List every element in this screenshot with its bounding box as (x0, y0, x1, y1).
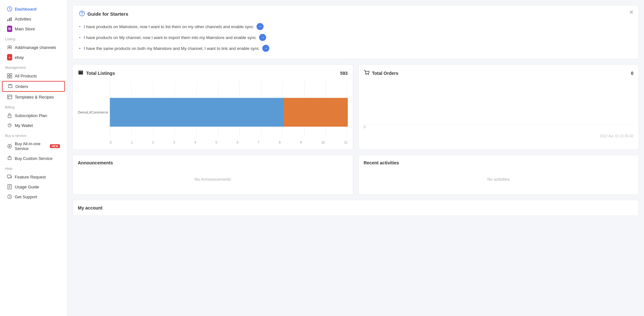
add-channels-icon (7, 45, 12, 50)
svg-rect-2 (9, 18, 10, 21)
ebay-icon: e (7, 55, 12, 60)
listing-section-label: Listing (0, 34, 67, 42)
sidebar-item-templates[interactable]: Templates & Recipes (2, 92, 65, 102)
recent-activities-title: Recent activities (364, 160, 634, 165)
bottom-row: Announcements No Announcements Recent ac… (72, 155, 639, 195)
sidebar-item-dashboard[interactable]: Dashboard (2, 4, 65, 14)
subscription-label: Subscription Plan (15, 113, 47, 118)
listings-chart: DemoLitCommerce 01234567891011 (78, 80, 348, 144)
subscription-icon (7, 113, 12, 118)
sidebar-main-store-label: Main Store (15, 27, 35, 31)
my-account-card: My account (72, 200, 639, 216)
recent-activities-empty: No activities (364, 169, 634, 189)
all-products-icon (7, 73, 12, 78)
total-orders-title: Total Orders (364, 70, 398, 76)
total-orders-card: Total Orders 0 0 2022 Apr 15 10:35:42 (358, 64, 639, 150)
my-account-title: My account (78, 205, 633, 210)
sidebar-item-all-products[interactable]: All Products (2, 71, 65, 81)
svg-rect-9 (10, 76, 12, 78)
usage-guide-icon (7, 184, 12, 189)
sidebar-item-buy-all-in-one[interactable]: Buy All-in-one Service NEW (2, 139, 65, 153)
orders-icon (8, 84, 13, 89)
guide-arrow-1[interactable]: → (257, 23, 264, 30)
announcements-empty: No Announcements (78, 169, 348, 189)
total-listings-count: 593 (340, 71, 347, 76)
guide-close-button[interactable]: ✕ (629, 9, 633, 15)
sidebar-item-ebay[interactable]: e ebay (2, 52, 65, 62)
guide-arrow-2[interactable]: → (259, 34, 266, 41)
templates-icon (7, 94, 12, 99)
guide-item-3: I have the same products on both my Main… (79, 43, 632, 54)
usage-guide-label: Usage Guide (15, 185, 39, 189)
ebay-label: ebay (15, 55, 24, 60)
total-listings-card: Total Listings 593 (72, 64, 353, 150)
buy-all-in-one-icon (7, 144, 12, 149)
chart-x-axis: 01234567891011 (110, 141, 348, 144)
svg-rect-16 (7, 175, 11, 178)
bar-orange (283, 98, 347, 127)
guide-item-1: I have products on Mainstore, now I want… (79, 21, 632, 32)
buy-custom-icon (7, 156, 12, 161)
buy-all-in-one-label: Buy All-in-one Service (15, 141, 46, 151)
total-orders-icon (364, 70, 370, 76)
activities-icon (7, 16, 12, 21)
total-listings-header: Total Listings 593 (78, 70, 348, 76)
chart-y-label: DemoLitCommerce (78, 110, 108, 114)
svg-point-25 (368, 74, 369, 75)
svg-rect-7 (10, 74, 12, 75)
svg-rect-13 (8, 115, 11, 118)
sidebar-item-get-support[interactable]: Get Support (2, 192, 65, 201)
sidebar-item-add-manage-channels[interactable]: Add/manage channels (2, 43, 65, 52)
svg-point-21 (8, 195, 12, 199)
svg-rect-10 (7, 95, 12, 99)
charts-row: Total Listings 593 (72, 64, 639, 150)
buy-service-section-label: Buy a service (0, 130, 67, 139)
svg-rect-6 (7, 74, 9, 75)
guide-item-2: I have products on My channel, now I wan… (79, 32, 632, 43)
help-section-label: Help (0, 163, 67, 172)
svg-rect-3 (11, 17, 12, 21)
announcements-card: Announcements No Announcements (72, 155, 353, 195)
recent-activities-card: Recent activities No activities (358, 155, 639, 195)
sidebar-item-main-store[interactable]: M Main Store (2, 24, 65, 34)
orders-timestamp: 2022 Apr 15 10:35:42 (364, 134, 634, 138)
guide-icon (79, 11, 85, 17)
main-content: Guide for Starters I have products on Ma… (67, 0, 644, 316)
new-badge: NEW (50, 144, 60, 148)
sidebar-item-subscription[interactable]: Subscription Plan (2, 111, 65, 120)
total-listings-title: Total Listings (78, 70, 115, 76)
management-section-label: Management (0, 62, 67, 71)
billing-section-label: Billing (0, 102, 67, 110)
total-orders-header: Total Orders 0 (364, 70, 634, 76)
wallet-icon (7, 123, 12, 128)
buy-custom-label: Buy Custom Service (15, 156, 53, 161)
all-products-label: All Products (15, 74, 37, 78)
sidebar-item-buy-custom[interactable]: Buy Custom Service (2, 154, 65, 163)
feature-request-icon (7, 174, 12, 179)
bar-blue (110, 98, 283, 127)
svg-rect-8 (7, 76, 9, 78)
announcements-title: Announcements (78, 160, 348, 165)
sidebar-item-wallet[interactable]: My Wallet (2, 121, 65, 130)
sidebar-item-usage-guide[interactable]: Usage Guide (2, 182, 65, 192)
get-support-icon (7, 194, 12, 199)
total-orders-count: 0 (631, 71, 633, 76)
sidebar-item-activities[interactable]: Activities (2, 14, 65, 24)
sidebar-item-orders[interactable]: Orders (2, 81, 65, 92)
sidebar-dashboard-label: Dashboard (15, 7, 37, 12)
guide-title: Guide for Starters (79, 11, 632, 17)
svg-point-23 (82, 15, 82, 15)
svg-point-4 (8, 46, 10, 48)
svg-point-24 (365, 74, 366, 75)
orders-label: Orders (15, 84, 28, 89)
sidebar-item-feature-request[interactable]: Feature Request (2, 172, 65, 182)
sidebar-activities-label: Activities (15, 17, 31, 21)
wallet-label: My Wallet (15, 123, 33, 128)
feature-request-label: Feature Request (15, 175, 46, 179)
templates-label: Templates & Recipes (15, 95, 54, 99)
main-store-icon: M (7, 26, 12, 31)
add-channels-label: Add/manage channels (15, 45, 56, 50)
svg-point-5 (10, 46, 12, 48)
dashboard-icon (7, 6, 12, 12)
guide-arrow-3[interactable]: → (262, 45, 269, 52)
